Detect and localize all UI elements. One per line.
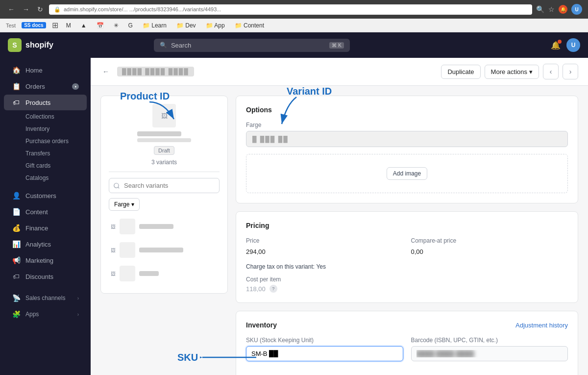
sidebar-item-apps[interactable]: 🧩 Apps › — [4, 306, 87, 322]
cost-row: 118,00 ? — [246, 285, 568, 293]
breadcrumb: ████ ████ ████ — [117, 67, 194, 76]
marketing-icon: 📢 — [12, 256, 21, 264]
farge-value-blur: █ ███ ██ — [252, 136, 289, 143]
browser-forward-btn[interactable]: → — [21, 4, 31, 14]
page-actions: Duplicate More actions ▾ ‹ › — [441, 64, 578, 79]
back-button[interactable]: ← — [100, 66, 111, 77]
sidebar-item-analytics[interactable]: 📊 Analytics — [4, 236, 87, 252]
adjustment-history-link[interactable]: Adjustment history — [515, 322, 568, 329]
variant-item-3[interactable]: 🖼 — [109, 262, 220, 285]
bookmark-g[interactable]: G — [126, 21, 135, 30]
chevron-down-icon: ▾ — [529, 68, 533, 75]
filter-farge-button[interactable]: Farge ▾ — [109, 198, 140, 211]
bookmark-gcal[interactable]: 📅 — [95, 21, 106, 30]
browser-notification-icon: 🔔 — [559, 5, 567, 14]
notification-dot — [558, 40, 562, 44]
search-variants-input[interactable] — [109, 178, 220, 193]
variant-label-1 — [139, 224, 173, 229]
orders-badge: ▪ — [72, 83, 79, 90]
sidebar-subitem-inventory[interactable]: Inventory — [4, 123, 87, 135]
sidebar-item-home[interactable]: 🏠 Home — [4, 62, 87, 78]
sidebar-subitem-transfers[interactable]: Transfers — [4, 148, 87, 159]
browser-search-icon[interactable]: 🔍 — [536, 5, 544, 13]
orders-icon: 📋 — [12, 82, 21, 90]
bookmark-anthr[interactable]: ✳ — [112, 21, 121, 30]
user-avatar[interactable]: U — [566, 38, 580, 52]
sidebar-item-orders[interactable]: 📋 Orders ▪ — [4, 78, 87, 94]
bookmark-grid-icon[interactable]: ⊞ — [52, 21, 58, 30]
browser-chrome: ← → ↻ 🔒 admin.shopify.com/store/... .../… — [0, 0, 588, 19]
add-image-box[interactable]: Add image — [246, 154, 568, 193]
bookmark-gdrive[interactable]: ▲ — [79, 21, 89, 30]
price-value: 294,00 — [246, 246, 403, 257]
inventory-title: Inventory — [246, 321, 277, 329]
barcode-form-group: Barcode (ISBN, UPC, GTIN, etc.) — [411, 337, 568, 361]
sidebar-subitem-gift-cards[interactable]: Gift cards — [4, 160, 87, 172]
compare-value: 0,00 — [411, 246, 568, 257]
duplicate-button[interactable]: Duplicate — [441, 65, 480, 79]
next-variant-button[interactable]: › — [563, 64, 578, 79]
browser-profile-icon[interactable]: U — [571, 4, 582, 15]
more-actions-button[interactable]: More actions ▾ — [485, 65, 539, 79]
browser-icons: 🔍 ☆ 🔔 U — [536, 4, 582, 15]
sidebar-item-marketing[interactable]: 📢 Marketing — [4, 252, 87, 268]
sku-input[interactable] — [246, 346, 403, 361]
barcode-input[interactable] — [411, 346, 568, 361]
bookmark-gmail[interactable]: M — [64, 21, 73, 30]
browser-star-icon[interactable]: ☆ — [548, 5, 555, 13]
charge-tax-value: Yes — [316, 263, 326, 270]
browser-back-btn[interactable]: ← — [6, 4, 17, 14]
analytics-icon: 📊 — [12, 240, 21, 248]
inventory-grid: SKU — [246, 337, 568, 368]
browser-reload-btn[interactable]: ↻ — [35, 4, 45, 14]
sales-channels-label: Sales channels — [25, 295, 65, 301]
bookmark-app[interactable]: 📁 App — [204, 21, 227, 30]
sidebar-item-label: Discounts — [25, 273, 53, 280]
sidebar-subitem-catalogs[interactable]: Catalogs — [4, 172, 87, 184]
bell-icon[interactable]: 🔔 — [551, 41, 561, 50]
price-field: Price 294,00 — [246, 237, 403, 257]
variant-thumb-1 — [120, 219, 135, 234]
bookmarks-bar: Test SS docs ⊞ M ▲ 📅 ✳ G 📁 Learn 📁 Dev 📁… — [0, 19, 588, 32]
apps-icon: 🧩 — [12, 310, 21, 318]
bookmark-ss-docs[interactable]: SS docs — [22, 22, 46, 28]
variant-image-icon-2: 🖼 — [111, 248, 116, 253]
sidebar-item-label: Home — [25, 67, 43, 74]
cost-value: 118,00 — [246, 285, 266, 293]
sidebar-item-customers[interactable]: 👤 Customers — [4, 188, 87, 203]
bookmark-dev[interactable]: 📁 Dev — [174, 21, 198, 30]
bookmark-content[interactable]: 📁 Content — [233, 21, 266, 30]
variant-thumb-3 — [120, 266, 135, 281]
variant-item-2[interactable]: 🖼 — [109, 238, 220, 262]
variant-item-1[interactable]: 🖼 — [109, 215, 220, 238]
apps-chevron: › — [77, 312, 79, 317]
topbar-search[interactable]: 🔍 Search ⌘ K — [154, 39, 350, 52]
browser-url-bar[interactable]: 🔒 admin.shopify.com/store/... .../produc… — [49, 4, 532, 15]
sidebar-item-sales-channels[interactable]: 📡 Sales channels › — [4, 290, 87, 306]
options-title: Options — [246, 106, 568, 114]
sidebar-item-discounts[interactable]: 🏷 Discounts — [4, 269, 87, 284]
sidebar-item-products[interactable]: 🏷 Products — [4, 95, 87, 110]
apps-label: Apps — [25, 311, 39, 318]
sidebar-item-label: Products — [25, 99, 50, 106]
add-image-button[interactable]: Add image — [387, 167, 427, 180]
content-icon: 📄 — [12, 208, 21, 216]
product-image-area: 🖼 Draft 3 variants — [109, 104, 220, 172]
sku-form-group: SKU (Stock Keeping Unit) — [246, 337, 403, 361]
sidebar-item-content[interactable]: 📄 Content — [4, 204, 87, 220]
bookmark-test: Test — [6, 23, 16, 28]
cost-info-icon[interactable]: ? — [270, 285, 277, 293]
topbar-right: 🔔 U — [551, 38, 580, 52]
main-content: ← ████ ████ ████ Duplicate More actions … — [91, 58, 588, 375]
products-icon: 🏷 — [12, 99, 21, 106]
sidebar-subitem-collections[interactable]: Collections — [4, 111, 87, 123]
bookmark-learn[interactable]: 📁 Learn — [141, 21, 169, 30]
home-icon: 🏠 — [12, 66, 21, 74]
prev-variant-button[interactable]: ‹ — [543, 64, 559, 79]
sidebar-item-label: Finance — [25, 225, 48, 232]
charge-tax-row: Charge tax on this variant: Yes — [246, 263, 568, 270]
sidebar-subitem-purchase-orders[interactable]: Purchase orders — [4, 135, 87, 147]
sidebar-item-label: Marketing — [25, 257, 53, 264]
shopify-logo[interactable]: S shopify — [8, 38, 53, 52]
sidebar-item-finance[interactable]: 💰 Finance — [4, 220, 87, 236]
